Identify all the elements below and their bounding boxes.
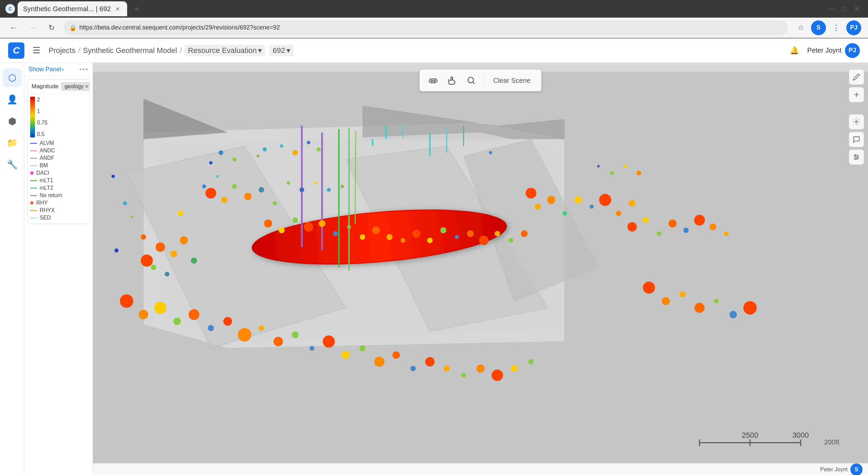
people-icon: 👤 (7, 94, 18, 105)
seismic-dot (360, 234, 365, 240)
back-button[interactable]: ← (7, 21, 20, 35)
seismic-dot (221, 197, 228, 203)
seismic-dot (521, 230, 528, 237)
seismic-dot (455, 235, 459, 239)
legend-label-andc: ANDC (40, 148, 55, 154)
left-sidebar: ⬡ 👤 ⬢ 📁 🔧 (0, 63, 24, 475)
seismic-dot (535, 204, 541, 210)
search-tool-button[interactable] (463, 72, 479, 89)
seismic-dot (314, 182, 317, 185)
seismic-dot (327, 188, 331, 192)
minimize-button[interactable]: ─ (826, 2, 836, 16)
hamburger-menu[interactable]: ☰ (30, 42, 43, 58)
settings-button[interactable] (849, 114, 864, 129)
list-item: RHYX (30, 207, 87, 213)
breadcrumb-evaluation-dropdown[interactable]: Resource Evaluation ▾ (184, 45, 265, 56)
vr-tool-button[interactable] (425, 72, 441, 89)
seismic-dot (440, 227, 447, 233)
new-tab-button[interactable]: + (130, 2, 143, 16)
viewport[interactable]: Clear Scene (93, 63, 868, 475)
legend-color-andf (30, 158, 37, 159)
seismic-dot (310, 346, 314, 351)
seismic-dot (130, 215, 133, 218)
panel-dots-button[interactable]: ••• (79, 65, 88, 73)
user-name-label: Peter Joynt (807, 46, 842, 54)
magnitude-colorbar (30, 97, 35, 137)
sidebar-item-objects[interactable]: ⬢ (3, 112, 22, 131)
seismic-dot (333, 231, 338, 236)
seequent-extension[interactable]: S (811, 20, 826, 35)
show-panel-button[interactable]: Show Panel (28, 66, 61, 73)
seismic-dot (476, 364, 485, 373)
seismic-dot (264, 220, 272, 228)
sliders-button[interactable] (849, 150, 864, 165)
legend-magnitude-title: Magnitude (32, 83, 58, 90)
legend-label-daci: DACI (36, 170, 49, 176)
seismic-dot (223, 317, 232, 326)
seismic-dot (174, 318, 181, 325)
seismic-dot (427, 238, 433, 243)
sidebar-item-folder[interactable]: 📁 (3, 133, 22, 152)
svg-point-3 (468, 77, 473, 83)
list-item: mLT1 (30, 177, 87, 184)
breadcrumb-sep-2: / (180, 46, 182, 55)
revision-dropdown[interactable]: 692 ▾ (269, 45, 294, 56)
browser-chrome: C Synthetic Geothermal... | 692 ✕ + ─ □ … (0, 0, 868, 38)
close-tab-button[interactable]: ✕ (114, 5, 122, 13)
browser-user-avatar[interactable]: PJ (846, 20, 861, 35)
3d-scene[interactable]: 2500 3000 200ft (93, 63, 868, 475)
list-item: No return (30, 192, 87, 198)
pencil-button[interactable] (849, 87, 864, 102)
legend-label-noreturn: No return (40, 192, 62, 198)
right-panel (849, 70, 864, 165)
touch-tool-button[interactable] (444, 72, 460, 89)
tab-favicon: C (5, 4, 15, 14)
sidebar-item-layers[interactable]: ⬡ (3, 68, 22, 87)
app-container: C ☰ Projects / Synthetic Geothermal Mode… (0, 38, 868, 475)
legend-items-list: ALVM ANDC ANDF BM (30, 140, 87, 221)
seismic-dot (526, 188, 536, 198)
svg-point-1 (431, 80, 433, 82)
seismic-dot (216, 175, 219, 178)
seismic-dot (319, 220, 326, 227)
forward-button[interactable]: → (26, 21, 39, 35)
user-avatar[interactable]: PJ (845, 43, 860, 58)
seismic-dot (263, 147, 267, 151)
bookmark-button[interactable]: ☆ (793, 20, 808, 35)
seismic-dot (425, 357, 435, 366)
close-button[interactable]: ✕ (851, 2, 863, 16)
tab-bar: C Synthetic Geothermal... | 692 ✕ + ─ □ … (0, 0, 868, 18)
breadcrumb-model[interactable]: Synthetic Geothermal Model (83, 46, 177, 55)
refresh-button[interactable]: ↻ (45, 21, 58, 35)
pencil-top-button[interactable] (849, 70, 864, 84)
legend-label-rhyx: RHYX (40, 207, 55, 213)
address-bar[interactable]: 🔒 https://beta.dev.central.seequent.com/… (64, 20, 788, 35)
breadcrumb-projects[interactable]: Projects (48, 46, 75, 55)
legend-tab-close-icon[interactable]: ✕ (85, 84, 89, 89)
seismic-dot (115, 248, 119, 252)
seismic-dot (209, 161, 213, 165)
svg-point-13 (855, 158, 856, 160)
legend-geology-tab[interactable]: geology ✕ (61, 82, 90, 91)
svg-point-7 (855, 121, 857, 123)
more-button[interactable]: ⋮ (829, 20, 844, 35)
chat-button[interactable] (849, 132, 864, 147)
seismic-dot (112, 175, 115, 178)
legend-label-sed: SED (40, 215, 51, 221)
legend-label-rhy: RHY (36, 200, 48, 206)
colorbar-gradient (30, 97, 35, 137)
legend-panel: Magnitude geology ✕ (27, 79, 90, 224)
seismic-dot (657, 231, 662, 236)
seismic-dot (341, 185, 344, 188)
active-tab[interactable]: Synthetic Geothermal... | 692 ✕ (18, 1, 127, 16)
maximize-button[interactable]: □ (839, 2, 849, 16)
sidebar-item-people[interactable]: 👤 (3, 90, 22, 109)
chevron-down-icon: ▾ (258, 46, 262, 55)
clear-scene-button[interactable]: Clear Scene (488, 74, 536, 87)
seismic-dot (683, 228, 689, 233)
sidebar-item-tools[interactable]: 🔧 (3, 155, 22, 174)
seismic-dot (714, 299, 719, 303)
toolbar-divider (483, 75, 484, 86)
legend-content: 2 1 0.75 0.5 ALVM (27, 94, 90, 224)
notifications-button[interactable]: 🔔 (787, 43, 802, 58)
